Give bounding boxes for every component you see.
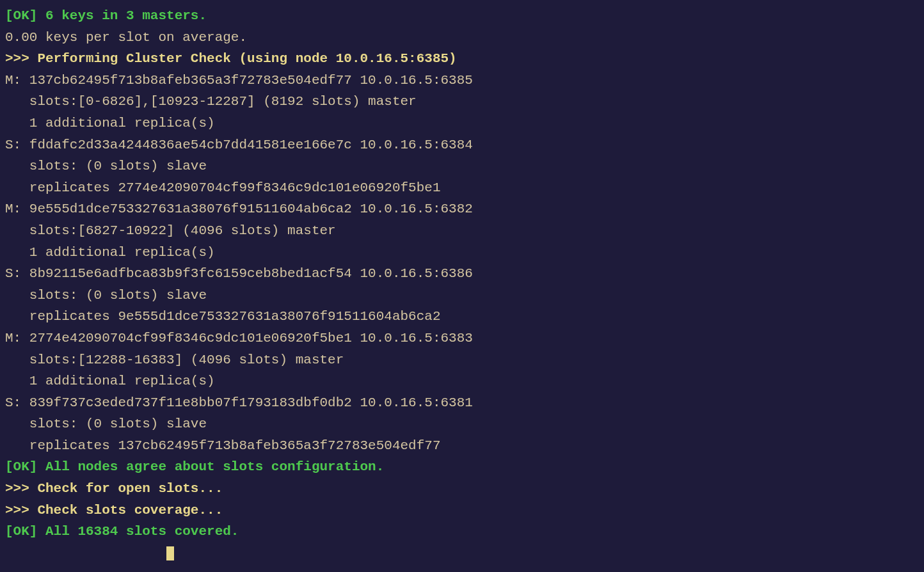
avg-line: 0.00 keys per slot on average. bbox=[5, 27, 919, 49]
node-slave-header: S: 8b92115e6adfbca83b9f3fc6159ceb8bed1ac… bbox=[5, 263, 919, 285]
node-slave-header: S: 839f737c3eded737f11e8bb07f1793183dbf0… bbox=[5, 392, 919, 414]
node-master-header: M: 137cb62495f713b8afeb365a3f72783e504ed… bbox=[5, 70, 919, 91]
ok-keys-line: [OK] 6 keys in 3 masters. bbox=[5, 5, 919, 27]
cursor-icon bbox=[166, 546, 174, 560]
node-slots: slots: (0 slots) slave bbox=[5, 413, 919, 435]
check-open-slots: >>> Check for open slots... bbox=[5, 478, 919, 500]
node-replica: 1 additional replica(s) bbox=[5, 370, 919, 392]
node-slots: slots:[6827-10922] (4096 slots) master bbox=[5, 220, 919, 242]
node-master-header: M: 9e555d1dce753327631a38076f91511604ab6… bbox=[5, 198, 919, 220]
node-slots: slots: (0 slots) slave bbox=[5, 155, 919, 177]
node-replicates: replicates 9e555d1dce753327631a38076f915… bbox=[5, 306, 919, 328]
ok-nodes-agree: [OK] All nodes agree about slots configu… bbox=[5, 456, 919, 478]
prompt-line[interactable] bbox=[5, 543, 919, 564]
terminal-output[interactable]: [OK] 6 keys in 3 masters. 0.00 keys per … bbox=[5, 5, 919, 564]
ok-slots-covered: [OK] All 16384 slots covered. bbox=[5, 521, 919, 543]
node-replica: 1 additional replica(s) bbox=[5, 242, 919, 264]
node-replicates: replicates 2774e42090704cf99f8346c9dc101… bbox=[5, 177, 919, 199]
node-slots: slots: (0 slots) slave bbox=[5, 285, 919, 306]
check-slots-coverage: >>> Check slots coverage... bbox=[5, 500, 919, 521]
node-slots: slots:[12288-16383] (4096 slots) master bbox=[5, 349, 919, 371]
node-master-header: M: 2774e42090704cf99f8346c9dc101e06920f5… bbox=[5, 328, 919, 349]
cluster-check-header: >>> Performing Cluster Check (using node… bbox=[5, 48, 919, 70]
node-slave-header: S: fddafc2d33a4244836ae54cb7dd41581ee166… bbox=[5, 134, 919, 156]
node-replica: 1 additional replica(s) bbox=[5, 113, 919, 134]
node-slots: slots:[0-6826],[10923-12287] (8192 slots… bbox=[5, 91, 919, 113]
node-replicates: replicates 137cb62495f713b8afeb365a3f727… bbox=[5, 435, 919, 457]
